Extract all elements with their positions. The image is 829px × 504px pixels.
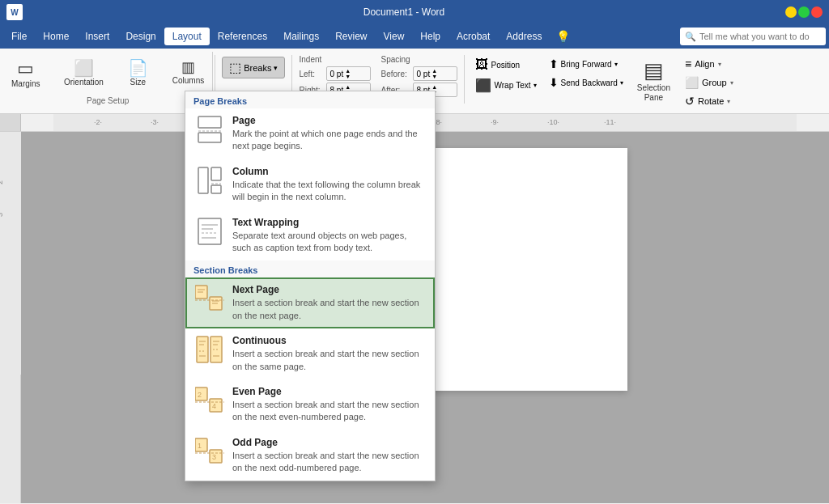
dropdown-item-text-wrapping[interactable]: Text Wrapping Separate text around objec… — [185, 210, 435, 261]
svg-rect-21 — [198, 218, 221, 244]
svg-text:3: 3 — [0, 213, 4, 217]
text-wrap-break-desc: Separate text around objects on web page… — [232, 230, 425, 255]
page-setup-group-label: Page Setup — [6, 96, 209, 105]
vertical-ruler: 2 3 — [0, 132, 21, 503]
breaks-caret: ▾ — [274, 64, 278, 72]
dropdown-item-page[interactable]: Page Mark the point at which one page en… — [185, 108, 435, 159]
selection-pane-label: SelectionPane — [637, 83, 670, 103]
column-break-icon — [195, 166, 224, 195]
indent-left-value[interactable]: 0 pt ▲ ▼ — [326, 66, 371, 81]
columns-label: Columns — [172, 76, 204, 85]
indent-left-spinner[interactable]: ▲ ▼ — [345, 68, 351, 79]
wrap-text-label2: Text — [516, 81, 530, 90]
menu-bar: File Home Insert Design Layout Reference… — [0, 24, 829, 49]
indent-right-up[interactable]: ▲ — [345, 84, 351, 90]
bring-forward-button[interactable]: ⬆ Bring Forward ▾ — [544, 55, 628, 73]
svg-rect-33 — [197, 337, 208, 362]
rotate-icon: ↺ — [685, 95, 695, 108]
svg-text:·11·: ·11· — [604, 118, 616, 126]
dropdown-item-column[interactable]: Column Indicate that the text following … — [185, 159, 435, 210]
margins-icon: ▭ — [17, 58, 34, 79]
spacing-before-down[interactable]: ▼ — [432, 74, 437, 79]
svg-text:1: 1 — [198, 442, 202, 450]
menu-item-mailings[interactable]: Mailings — [275, 28, 327, 45]
svg-rect-11 — [0, 132, 21, 375]
spacing-before-up[interactable]: ▲ — [432, 68, 437, 74]
spacing-before-spinner[interactable]: ▲ ▼ — [432, 68, 437, 79]
bring-forward-icon: ⬆ — [549, 57, 559, 70]
vertical-ruler-svg: 2 3 — [0, 132, 21, 375]
breaks-icon: ⬚ — [229, 60, 241, 75]
menu-item-file[interactable]: File — [3, 28, 35, 45]
dropdown-item-continuous[interactable]: Continuous Insert a section break and st… — [185, 328, 435, 379]
lightbulb-icon: 💡 — [556, 30, 570, 43]
menu-item-help[interactable]: Help — [412, 28, 449, 45]
margins-button[interactable]: ▭ Margins — [6, 55, 45, 91]
align-button[interactable]: ≡ Align ▾ — [679, 55, 739, 73]
send-backward-button[interactable]: ⬇ Send Backward ▾ — [544, 74, 628, 91]
columns-button[interactable]: ▥ Columns — [168, 55, 209, 88]
search-icon: 🔍 — [685, 32, 696, 42]
svg-rect-17 — [198, 167, 208, 193]
spacing-before-row: Before: 0 pt ▲ ▼ — [380, 66, 457, 81]
even-page-break-desc: Insert a section break and start the new… — [232, 399, 425, 424]
group-label: Group — [702, 78, 727, 87]
align-caret: ▾ — [718, 61, 721, 68]
even-page-break-icon: 2 4 — [195, 386, 224, 415]
dropdown-item-even-page[interactable]: 2 4 Even Page Insert a section break and… — [185, 379, 435, 430]
send-backward-icon: ⬇ — [549, 76, 559, 89]
menu-item-address[interactable]: Address — [498, 28, 550, 45]
spacing-before-text: 0 pt — [416, 70, 430, 78]
search-input[interactable] — [699, 32, 821, 41]
text-wrap-break-title: Text Wrapping — [232, 217, 425, 228]
minimize-button[interactable] — [785, 6, 797, 18]
menu-item-design[interactable]: Design — [117, 28, 164, 45]
dropdown-item-next-page[interactable]: Next Page Insert a section break and sta… — [185, 277, 435, 328]
orientation-icon: ⬜ — [74, 58, 94, 78]
menu-item-review[interactable]: Review — [327, 28, 375, 45]
menu-item-view[interactable]: View — [376, 28, 413, 45]
position-button[interactable]: 🖼 Position — [470, 55, 542, 74]
menu-item-acrobat[interactable]: Acrobat — [449, 28, 498, 45]
size-button[interactable]: 📄 Size — [122, 55, 153, 90]
dropdown-item-odd-page[interactable]: 1 3 Odd Page Insert a section break and … — [185, 430, 435, 481]
continuous-break-icon — [195, 335, 224, 364]
arrange-group: 🖼 Position ⬛ Wrap Text ▾ ⬆ Bring Forward… — [466, 52, 742, 110]
ribbon-group-page-setup: ▭ Margins ⬜ Orientation 📄 Size ▥ Columns… — [3, 52, 213, 110]
ruler-corner — [0, 114, 21, 131]
group-icon: ⬜ — [685, 76, 699, 89]
margins-label: Margins — [11, 79, 40, 88]
wrap-text-label: Wrap — [494, 81, 513, 90]
indent-left-up[interactable]: ▲ — [345, 68, 351, 74]
svg-text:·2·: ·2· — [94, 118, 102, 126]
group-button[interactable]: ⬜ Group ▾ — [679, 74, 739, 91]
spacing-after-up[interactable]: ▲ — [432, 84, 437, 90]
bring-forward-label2: Forward — [582, 60, 612, 69]
rotate-button[interactable]: ↺ Rotate ▾ — [679, 92, 739, 110]
indent-left-down[interactable]: ▼ — [345, 74, 351, 79]
rotate-label: Rotate — [698, 96, 724, 106]
close-button[interactable] — [811, 6, 823, 18]
text-wrap-break-icon — [195, 217, 224, 246]
svg-text:2: 2 — [198, 391, 202, 399]
menu-item-layout[interactable]: Layout — [164, 28, 210, 45]
page-break-desc: Mark the point at which one page ends an… — [232, 128, 425, 153]
selection-pane-button[interactable]: ▤ SelectionPane — [630, 55, 678, 106]
spacing-before-label: Before: — [380, 70, 410, 78]
menu-item-home[interactable]: Home — [35, 28, 77, 45]
orientation-button[interactable]: ⬜ Orientation — [59, 55, 108, 90]
spacing-label: Spacing — [380, 55, 457, 64]
maximize-button[interactable] — [798, 6, 810, 18]
spacing-before-value[interactable]: 0 pt ▲ ▼ — [413, 66, 457, 81]
odd-page-break-title: Odd Page — [232, 437, 425, 448]
search-box[interactable]: 🔍 — [680, 28, 826, 45]
wrap-text-button[interactable]: ⬛ Wrap Text ▾ — [470, 75, 542, 95]
menu-item-references[interactable]: References — [210, 28, 275, 45]
breaks-button[interactable]: ⬚ Breaks ▾ — [222, 57, 285, 78]
align-group-rotate-col: ≡ Align ▾ ⬜ Group ▾ ↺ Rotate ▾ — [679, 55, 739, 110]
send-backward-label: Send — [561, 78, 580, 87]
bring-forward-label: Bring — [561, 60, 580, 69]
separator-3 — [464, 55, 465, 104]
menu-item-insert[interactable]: Insert — [77, 28, 117, 45]
columns-icon: ▥ — [181, 58, 195, 76]
